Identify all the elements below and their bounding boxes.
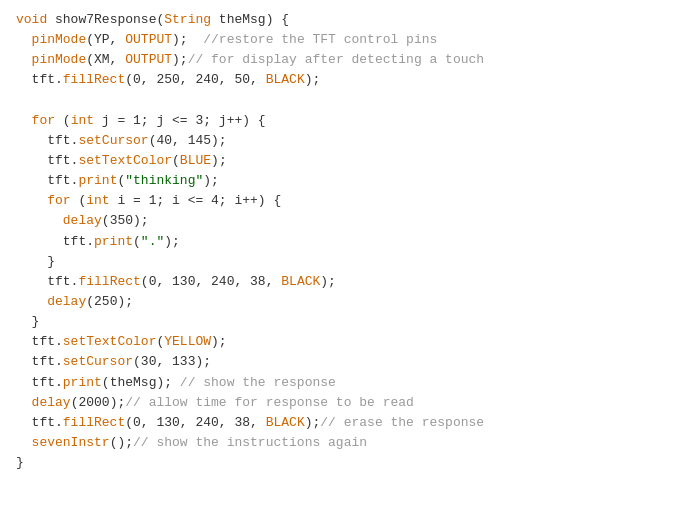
code-line-5: [16, 91, 658, 111]
code-line-14: tft.fillRect(0, 130, 240, 38, BLACK);: [16, 272, 658, 292]
code-line-7: tft.setCursor(40, 145);: [16, 131, 658, 151]
code-line-4: tft.fillRect(0, 250, 240, 50, BLACK);: [16, 70, 658, 90]
code-line-9: tft.print("thinking");: [16, 171, 658, 191]
code-line-2: pinMode(YP, OUTPUT); //restore the TFT c…: [16, 30, 658, 50]
code-line-6: for (int j = 1; j <= 3; j++) {: [16, 111, 658, 131]
code-line-23: }: [16, 453, 658, 473]
code-line-1: void show7Response(String theMsg) {: [16, 10, 658, 30]
code-line-22: sevenInstr();// show the instructions ag…: [16, 433, 658, 453]
code-line-10: for (int i = 1; i <= 4; i++) {: [16, 191, 658, 211]
code-line-17: tft.setTextColor(YELLOW);: [16, 332, 658, 352]
code-line-16: }: [16, 312, 658, 332]
code-editor: void show7Response(String theMsg) { pinM…: [0, 0, 674, 507]
code-line-19: tft.print(theMsg); // show the response: [16, 373, 658, 393]
code-line-8: tft.setTextColor(BLUE);: [16, 151, 658, 171]
code-line-18: tft.setCursor(30, 133);: [16, 352, 658, 372]
code-line-12: tft.print(".");: [16, 232, 658, 252]
code-line-11: delay(350);: [16, 211, 658, 231]
code-line-3: pinMode(XM, OUTPUT);// for display after…: [16, 50, 658, 70]
code-line-15: delay(250);: [16, 292, 658, 312]
code-line-20: delay(2000);// allow time for response t…: [16, 393, 658, 413]
code-line-13: }: [16, 252, 658, 272]
code-line-21: tft.fillRect(0, 130, 240, 38, BLACK);// …: [16, 413, 658, 433]
